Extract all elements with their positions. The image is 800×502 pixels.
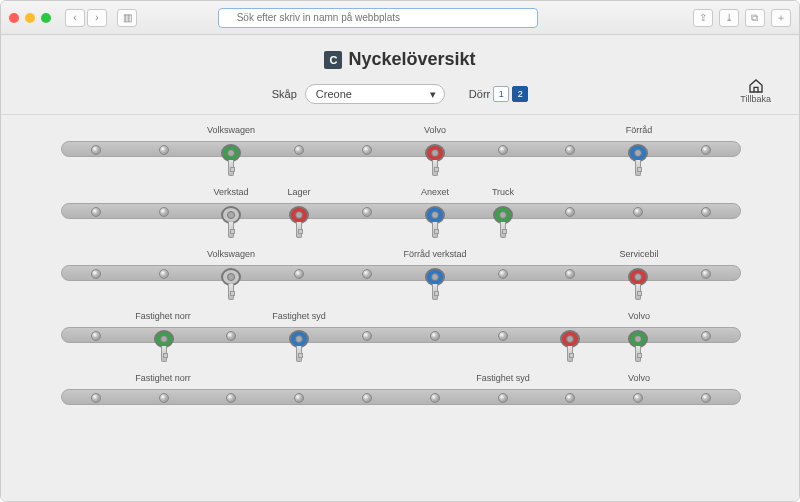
address-bar[interactable] (218, 8, 538, 28)
key-slot[interactable] (469, 142, 537, 158)
key-slot[interactable] (401, 390, 469, 406)
key-label (673, 311, 741, 325)
door-page-buttons: 12 (493, 86, 528, 102)
key-slot[interactable] (537, 266, 605, 282)
cabinet-select[interactable]: Creone ▾ (305, 84, 445, 104)
key-slot[interactable] (672, 204, 740, 220)
key-slot[interactable] (265, 142, 333, 158)
empty-grommet-icon (565, 393, 575, 403)
key-slot[interactable] (401, 142, 469, 158)
key-label (537, 373, 605, 387)
key-label: Volvo (401, 125, 469, 139)
key-slot[interactable] (265, 328, 333, 344)
key-label: Förråd (605, 125, 673, 139)
key-slot[interactable] (130, 204, 198, 220)
key-label (537, 249, 605, 263)
key-slot[interactable] (672, 390, 740, 406)
key-slot[interactable] (130, 390, 198, 406)
key-slot[interactable] (62, 390, 130, 406)
empty-grommet-icon (91, 145, 101, 155)
key-rail (61, 389, 741, 405)
key-slot[interactable] (265, 204, 333, 220)
key-slot[interactable] (62, 266, 130, 282)
forward-button[interactable]: › (87, 9, 107, 27)
key-slot[interactable] (401, 266, 469, 282)
key-slot[interactable] (62, 328, 130, 344)
key-slot[interactable] (469, 390, 537, 406)
key-label (333, 373, 401, 387)
key-row: VolkswagenFörråd verkstadServicebil (61, 249, 741, 281)
tabs-button[interactable]: ⧉ (745, 9, 765, 27)
key-label: Fastighet norr (129, 311, 197, 325)
share-button[interactable]: ⇪ (693, 9, 713, 27)
key-label (265, 249, 333, 263)
door-page-1[interactable]: 1 (493, 86, 509, 102)
key-slot[interactable] (537, 328, 605, 344)
empty-grommet-icon (565, 207, 575, 217)
key-slot[interactable] (469, 328, 537, 344)
key-label (265, 373, 333, 387)
key-slot[interactable] (62, 142, 130, 158)
key-slot[interactable] (265, 266, 333, 282)
key-label: Fastighet syd (469, 373, 537, 387)
key-icon (627, 144, 649, 178)
key-label (537, 187, 605, 201)
key-slot[interactable] (130, 142, 198, 158)
window-controls (9, 13, 51, 23)
minimize-window-button[interactable] (25, 13, 35, 23)
empty-grommet-icon (159, 145, 169, 155)
key-slot[interactable] (198, 266, 266, 282)
key-slot[interactable] (604, 328, 672, 344)
key-slot[interactable] (333, 266, 401, 282)
key-slot[interactable] (401, 204, 469, 220)
key-slot[interactable] (604, 266, 672, 282)
key-label (61, 187, 129, 201)
key-slot[interactable] (469, 266, 537, 282)
key-slot[interactable] (333, 390, 401, 406)
key-slot[interactable] (265, 390, 333, 406)
key-slot[interactable] (604, 204, 672, 220)
door-page-2[interactable]: 2 (512, 86, 528, 102)
key-slot[interactable] (130, 266, 198, 282)
sidebar-toggle-button[interactable]: ▥ (117, 9, 137, 27)
back-button[interactable]: ‹ (65, 9, 85, 27)
empty-grommet-icon (498, 269, 508, 279)
key-label: Volvo (605, 311, 673, 325)
key-slot[interactable] (604, 142, 672, 158)
maximize-window-button[interactable] (41, 13, 51, 23)
key-label (129, 125, 197, 139)
key-row: Fastighet norrFastighet sydVolvo (61, 373, 741, 405)
key-slot[interactable] (198, 142, 266, 158)
key-slot[interactable] (333, 204, 401, 220)
key-slot[interactable] (198, 328, 266, 344)
key-slot[interactable] (333, 142, 401, 158)
key-slot[interactable] (401, 328, 469, 344)
key-slot[interactable] (198, 390, 266, 406)
key-slot[interactable] (62, 204, 130, 220)
close-window-button[interactable] (9, 13, 19, 23)
key-label (673, 187, 741, 201)
key-slot[interactable] (333, 328, 401, 344)
key-slot[interactable] (672, 328, 740, 344)
key-label (61, 249, 129, 263)
key-label (537, 311, 605, 325)
new-tab-button[interactable]: ＋ (771, 9, 791, 27)
key-slot[interactable] (672, 266, 740, 282)
key-slot[interactable] (672, 142, 740, 158)
key-slot[interactable] (537, 204, 605, 220)
key-slot[interactable] (604, 390, 672, 406)
key-label (129, 249, 197, 263)
back-link[interactable]: Tillbaka (740, 78, 771, 104)
key-slot[interactable] (469, 204, 537, 220)
key-slot[interactable] (198, 204, 266, 220)
empty-grommet-icon (498, 393, 508, 403)
key-rail (61, 141, 741, 157)
empty-grommet-icon (633, 393, 643, 403)
download-button[interactable]: ⤓ (719, 9, 739, 27)
empty-grommet-icon (430, 393, 440, 403)
key-icon (559, 330, 581, 364)
key-label: Volvo (605, 373, 673, 387)
key-slot[interactable] (537, 390, 605, 406)
key-slot[interactable] (130, 328, 198, 344)
key-slot[interactable] (537, 142, 605, 158)
